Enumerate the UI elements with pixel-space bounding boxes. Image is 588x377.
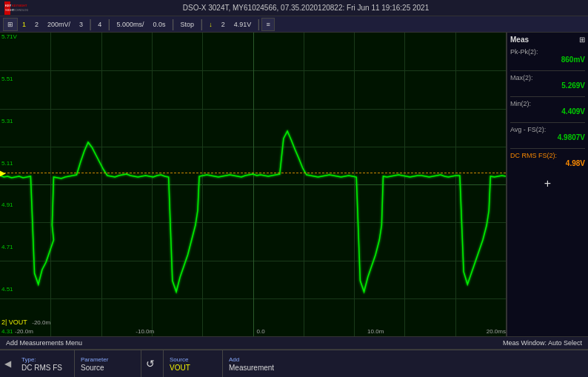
x-label-3: 10.0m	[367, 328, 384, 335]
type-value: DC RMS FS	[21, 364, 68, 372]
type-label: Type:	[21, 356, 68, 363]
svg-text:KEYSIGHT: KEYSIGHT	[12, 4, 27, 7]
x-label-1: -10.0m	[136, 328, 154, 335]
meas-dc-rms-value: 4.98V	[510, 159, 585, 167]
trig-ch[interactable]: 2	[217, 18, 230, 31]
type-section[interactable]: Type: DC RMS FS	[16, 350, 75, 377]
x-label-0: -20.0m	[15, 328, 33, 335]
meas-max-label: Max(2):	[510, 74, 585, 81]
add-meas-section[interactable]: Add Measurement	[223, 350, 282, 377]
waveform	[0, 33, 506, 336]
sep4: |	[198, 18, 204, 31]
refresh-icon[interactable]: ↺	[146, 358, 158, 370]
y-label-3: 5.11	[1, 161, 17, 167]
y-label-2: 5.31	[1, 119, 17, 124]
y-label-4: 4.91	[1, 202, 17, 208]
logo: KEY SIGHT KEYSIGHT TECHNOLOGIES	[4, 1, 28, 15]
x-label-2: 0.0	[257, 328, 265, 335]
ch1-indicator[interactable]: 1	[18, 18, 30, 31]
meas-pk-pk-value: 860mV	[510, 56, 585, 64]
meas-avg: Avg - FS(2): 4.9807V	[510, 126, 585, 141]
status-right: Meas Window: Auto Select	[497, 339, 588, 347]
y-label-1: 5.51	[1, 76, 17, 82]
meas-min-value: 4.409V	[510, 107, 585, 116]
toolbar: ⊞ 1 2 200mV/ 3 | 4 | 5.000ms/ 0.0s | Sto…	[0, 16, 588, 33]
trig-level[interactable]: 4.91V	[230, 18, 256, 31]
back-icon: ◀	[4, 358, 11, 369]
meas-panel-header: Meas ⊞	[510, 36, 585, 44]
time-div[interactable]: 5.000ms/	[112, 18, 148, 31]
bottom-toolbar: ◀ Type: DC RMS FS Parameter Source ↺ Sou…	[0, 350, 588, 377]
source-label: Source	[170, 356, 216, 363]
reference-line	[0, 173, 506, 173]
add-measurement-button[interactable]: +	[510, 177, 585, 190]
meas-pk-pk-label: Pk-Pk(2):	[510, 48, 585, 56]
svg-text:KEY: KEY	[5, 4, 12, 7]
y-label-6: 4.51	[1, 287, 17, 293]
meas-sep-1	[510, 70, 585, 71]
trig-indicator[interactable]: ↓	[204, 18, 217, 31]
meas-avg-label: Avg - FS(2):	[510, 126, 585, 133]
ch2-indicator[interactable]: 2	[30, 18, 43, 31]
meas-pk-pk: Pk-Pk(2): 860mV	[510, 48, 585, 64]
add-meas-value: Measurement	[229, 364, 276, 372]
meas-max: Max(2): 5.269V	[510, 74, 585, 90]
svg-text:TECHNOLOGIES: TECHNOLOGIES	[12, 9, 28, 12]
param-label: Parameter	[81, 356, 135, 363]
x-label-4: 20.0ms	[487, 328, 506, 335]
sep2: |	[106, 18, 112, 31]
source-section[interactable]: Source VOUT	[164, 350, 223, 377]
main-content: ▶ 5.71V 5.51 5.31 5.11 4.91 4.71	[0, 33, 588, 336]
meas-dc-rms-label: DC RMS FS(2):	[510, 152, 585, 159]
measurements-panel: Meas ⊞ Pk-Pk(2): 860mV Max(2): 5.269V Mi…	[507, 33, 588, 336]
param-value: Source	[81, 364, 135, 372]
source-value: VOUT	[170, 364, 216, 372]
meas-menu-icon[interactable]: ⊞	[579, 36, 585, 44]
meas-sep-4	[510, 148, 585, 149]
ch3-indicator[interactable]: 3	[75, 18, 87, 31]
param-source-section[interactable]: Parameter Source	[75, 350, 141, 377]
sep1: |	[87, 18, 93, 31]
x-axis-labels: -20.0m -10.0m 0.0 10.0m 20.0ms	[15, 328, 506, 335]
sep3: |	[170, 18, 176, 31]
header-bar: KEY SIGHT KEYSIGHT TECHNOLOGIES DSO-X 30…	[0, 0, 588, 16]
y-label-5: 4.71	[1, 244, 17, 250]
time-offset[interactable]: 0.0s	[148, 18, 170, 31]
menu-button[interactable]: ≡	[261, 18, 274, 31]
device-info: DSO-X 3024T, MY61024566, 07.35.202012082…	[28, 4, 584, 12]
meas-min: Min(2): 4.409V	[510, 100, 585, 116]
meas-avg-value: 4.9807V	[510, 133, 585, 141]
meas-title: Meas	[510, 36, 529, 44]
sep5: |	[255, 18, 261, 31]
status-left: Add Measurements Menu	[0, 339, 497, 347]
meas-sep-2	[510, 96, 585, 97]
meas-sep-3	[510, 122, 585, 123]
scope-display: ▶ 5.71V 5.51 5.31 5.11 4.91 4.71	[0, 33, 507, 336]
back-button[interactable]: ◀	[0, 350, 16, 377]
trigger-marker: ▶	[0, 168, 6, 176]
channel-label: 2| VOUT -20.0m	[1, 318, 50, 326]
status-bar: Add Measurements Menu Meas Window: Auto …	[0, 336, 588, 350]
run-status[interactable]: Stop	[176, 18, 199, 31]
volts-div[interactable]: 200mV/	[43, 18, 75, 31]
meas-min-label: Min(2):	[510, 100, 585, 107]
meas-max-value: 5.269V	[510, 81, 585, 90]
meas-dc-rms: DC RMS FS(2): 4.98V	[510, 152, 585, 167]
y-axis-labels: 5.71V 5.51 5.31 5.11 4.91 4.71 4.51 4.31	[1, 33, 17, 336]
ch4-indicator[interactable]: 4	[93, 18, 106, 31]
y-label-0: 5.71V	[1, 34, 17, 40]
auto-button[interactable]: ⊞	[3, 18, 18, 31]
add-meas-label: Add	[229, 356, 276, 363]
refresh-section[interactable]: ↺	[141, 350, 164, 377]
